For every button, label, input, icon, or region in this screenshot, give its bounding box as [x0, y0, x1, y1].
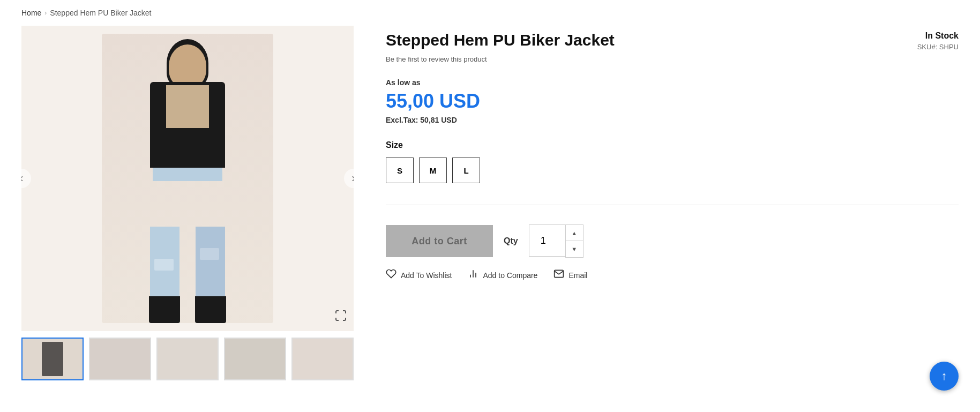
main-image: ‹ — [21, 26, 354, 331]
price-main: 55,00 USD — [386, 90, 959, 113]
figure-head — [169, 44, 206, 87]
size-s-button[interactable]: S — [386, 158, 414, 183]
breadcrumb-separator: › — [44, 9, 47, 17]
chevron-down-icon: ▼ — [571, 246, 577, 252]
breadcrumb-current: Stepped Hem PU Biker Jacket — [50, 9, 151, 17]
prev-image-button[interactable]: ‹ — [21, 169, 31, 188]
chevron-left-icon: ‹ — [21, 171, 24, 185]
price-excl-tax: Excl.Tax: 50,81 USD — [386, 116, 959, 124]
wishlist-label: Add To Wishlist — [401, 271, 452, 280]
breadcrumb-home[interactable]: Home — [21, 9, 41, 17]
figure-boot-left — [149, 296, 180, 323]
in-stock-badge: In Stock — [917, 31, 959, 41]
size-options: S M L — [386, 158, 959, 183]
qty-label: Qty — [504, 236, 518, 246]
figure — [134, 44, 241, 323]
qty-increase-button[interactable]: ▲ — [566, 225, 583, 241]
review-link[interactable]: Be the first to review this product — [386, 55, 959, 63]
arrow-up-icon: ↑ — [941, 369, 947, 383]
action-links: Add To Wishlist Add to Compare — [386, 268, 959, 282]
cart-row: Add to Cart Qty ▲ ▼ — [386, 224, 959, 258]
thumbnail-4[interactable] — [224, 338, 286, 380]
email-link[interactable]: Email — [553, 268, 587, 282]
product-title: Stepped Hem PU Biker Jacket — [386, 31, 615, 49]
qty-decrease-button[interactable]: ▼ — [566, 241, 583, 257]
figure-boot-right — [195, 296, 226, 323]
compare-link[interactable]: Add to Compare — [468, 268, 537, 282]
thumbnail-strip — [21, 338, 354, 380]
chevron-up-icon: ▲ — [571, 230, 577, 236]
quantity-input-group: ▲ ▼ — [529, 224, 583, 258]
quantity-input[interactable] — [529, 224, 565, 257]
heart-icon — [386, 268, 397, 282]
stock-info: In Stock SKU#: SHPU — [917, 31, 959, 51]
figure-top — [166, 85, 209, 128]
thumbnail-3[interactable] — [156, 338, 219, 380]
size-l-button[interactable]: L — [452, 158, 480, 183]
compare-label: Add to Compare — [483, 271, 537, 280]
divider — [386, 205, 959, 205]
next-image-button[interactable]: › — [344, 169, 354, 188]
product-header: Stepped Hem PU Biker Jacket In Stock SKU… — [386, 31, 959, 51]
size-m-button[interactable]: M — [419, 158, 447, 183]
as-low-as-label: As low as — [386, 78, 959, 87]
tear-detail-2 — [200, 248, 219, 260]
sku-label: SKU#: SHPU — [917, 43, 959, 51]
qty-arrows: ▲ ▼ — [565, 224, 583, 258]
gallery-section: ‹ — [21, 26, 354, 380]
add-to-cart-button[interactable]: Add to Cart — [386, 225, 493, 257]
product-page: ‹ — [0, 26, 980, 402]
wishlist-link[interactable]: Add To Wishlist — [386, 268, 452, 282]
tear-detail — [154, 259, 174, 271]
thumbnail-5[interactable] — [291, 338, 354, 380]
thumbnail-2[interactable] — [89, 338, 151, 380]
product-image — [102, 34, 273, 323]
thumbnail-1[interactable] — [21, 338, 84, 380]
scroll-to-top-button[interactable]: ↑ — [930, 362, 959, 391]
compare-icon — [468, 268, 478, 282]
breadcrumb: Home › Stepped Hem PU Biker Jacket — [0, 0, 980, 26]
chevron-right-icon: › — [351, 171, 354, 185]
email-label: Email — [568, 271, 587, 280]
size-label: Size — [386, 140, 959, 150]
expand-icon[interactable] — [334, 309, 347, 325]
email-icon — [553, 268, 564, 282]
product-info: Stepped Hem PU Biker Jacket In Stock SKU… — [386, 26, 959, 380]
